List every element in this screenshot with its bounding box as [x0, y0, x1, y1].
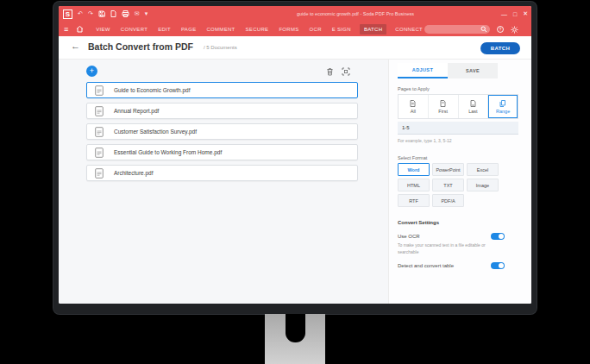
chevron-down-icon[interactable]: ▾: [145, 6, 148, 22]
file-row-3[interactable]: Customer Satisfaction Survey.pdf: [86, 123, 358, 140]
menu-items: VIEW CONVERT EDIT PAGE COMMENT SECURE FO…: [94, 24, 424, 35]
pages-to-apply-label: Pages to Apply: [398, 86, 430, 91]
document-count: / 5 Documents: [204, 45, 237, 50]
monitor-stand-cutout: [286, 314, 305, 342]
select-pages-icon[interactable]: [342, 67, 350, 76]
page-range-input[interactable]: [398, 122, 518, 135]
maximize-button[interactable]: □: [513, 11, 517, 17]
format-html[interactable]: HTML: [398, 179, 430, 191]
desktop-background: S ↶ ↷ ✉ ▾ guide to economic growth.pdf -…: [0, 0, 590, 364]
file-name: Architecture.pdf: [114, 170, 154, 176]
document-title: guide to economic growth.pdf - Soda PDF …: [297, 6, 495, 22]
file-row-2[interactable]: Annual Report.pdf: [86, 103, 358, 119]
main-content: + Guide to Economic Growth.pdf: [59, 60, 531, 304]
menu-view[interactable]: VIEW: [94, 25, 112, 34]
minimize-button[interactable]: —: [501, 11, 507, 17]
page-last-icon: [470, 100, 476, 107]
format-txt[interactable]: TXT: [432, 179, 464, 191]
app-window: S ↶ ↷ ✉ ▾ guide to economic growth.pdf -…: [59, 6, 531, 304]
close-button[interactable]: ✕: [523, 10, 528, 17]
format-powerpoint[interactable]: PowerPoint: [432, 163, 464, 176]
menu-comment[interactable]: COMMENT: [204, 25, 236, 34]
pdf-file-icon: [95, 168, 104, 179]
pages-option-all[interactable]: All: [399, 95, 429, 118]
page-header: ← Batch Convert from PDF / 5 Documents B…: [59, 36, 531, 60]
detect-table-label: Detect and convert table: [398, 263, 454, 268]
menu-forms[interactable]: FORMS: [277, 25, 300, 34]
search-icon: [480, 26, 487, 33]
save-icon[interactable]: [98, 10, 105, 17]
file-name: Annual Report.pdf: [114, 108, 159, 114]
menu-secure[interactable]: SECURE: [244, 25, 271, 34]
convert-settings-label: Convert Settings: [398, 220, 439, 225]
detect-table-toggle[interactable]: [491, 262, 505, 269]
page-range-icon: [499, 100, 506, 107]
format-word[interactable]: Word: [398, 163, 430, 176]
hamburger-menu-icon[interactable]: ≡: [64, 25, 68, 34]
pages-option-last[interactable]: Last: [459, 95, 489, 118]
page-first-icon: [440, 100, 446, 107]
undo-icon[interactable]: ↶: [78, 6, 83, 22]
monitor-bezel: S ↶ ↷ ✉ ▾ guide to economic growth.pdf -…: [53, 2, 537, 314]
pages-option-first[interactable]: First: [429, 95, 459, 118]
use-ocr-toggle[interactable]: [491, 233, 505, 240]
file-row-1[interactable]: Guide to Economic Growth.pdf: [86, 82, 358, 98]
use-ocr-label: Use OCR: [398, 234, 420, 239]
format-pdfa[interactable]: PDF/A: [432, 194, 464, 207]
format-rtf[interactable]: RTF: [398, 194, 430, 207]
help-icon[interactable]: ?: [497, 26, 504, 33]
pdf-file-icon: [95, 127, 104, 137]
format-image[interactable]: Image: [467, 179, 499, 191]
range-helper-text: For example, type 1, 3, 5-12: [398, 138, 452, 143]
pages-to-apply-options: All First Last Range: [398, 94, 518, 119]
print-icon[interactable]: [122, 10, 129, 17]
delete-files-button[interactable]: [326, 67, 334, 76]
title-bar: S ↶ ↷ ✉ ▾ guide to economic growth.pdf -…: [59, 6, 531, 22]
redo-icon[interactable]: ↷: [88, 6, 93, 22]
app-logo: S: [63, 9, 72, 19]
file-list-toolbar: [326, 67, 350, 76]
menu-connect[interactable]: CONNECT: [393, 25, 424, 34]
home-icon[interactable]: [76, 25, 84, 33]
menu-ocr[interactable]: OCR: [308, 25, 323, 34]
pdf-file-icon: [95, 147, 104, 158]
file-name: Guide to Economic Growth.pdf: [114, 87, 191, 93]
format-options: Word PowerPoint Excel HTML TXT Image RTF…: [398, 163, 505, 207]
pages-option-range[interactable]: Range: [488, 95, 518, 118]
page-title: Batch Convert from PDF: [88, 41, 193, 52]
file-name: Customer Satisfaction Survey.pdf: [114, 129, 197, 135]
menu-convert[interactable]: CONVERT: [119, 25, 149, 34]
search-input[interactable]: [424, 25, 490, 34]
pdf-file-icon: [95, 85, 104, 96]
pdf-file-icon: [95, 106, 104, 116]
monitor-stand: [265, 314, 325, 364]
settings-panel: ADJUST SAVE Pages to Apply All First: [388, 60, 531, 304]
tab-save[interactable]: SAVE: [448, 63, 498, 78]
menu-edit[interactable]: EDIT: [156, 25, 173, 34]
menu-page[interactable]: PAGE: [179, 25, 198, 34]
file-name: Essential Guide to Working From Home.pdf: [114, 149, 222, 155]
add-file-button[interactable]: +: [86, 66, 97, 77]
menu-batch[interactable]: BATCH: [360, 24, 386, 35]
format-excel[interactable]: Excel: [467, 163, 499, 176]
file-row-4[interactable]: Essential Guide to Working From Home.pdf: [86, 144, 358, 160]
panel-tabs: ADJUST SAVE: [398, 63, 498, 78]
select-format-label: Select Format: [398, 155, 427, 160]
menu-esign[interactable]: E SIGN: [330, 25, 353, 34]
gear-icon[interactable]: [511, 26, 518, 34]
back-arrow-button[interactable]: ←: [71, 41, 80, 51]
email-icon[interactable]: ✉: [135, 6, 140, 22]
batch-button[interactable]: BATCH: [480, 42, 520, 54]
page-all-icon: [410, 100, 416, 107]
file-row-5[interactable]: Architecture.pdf: [86, 165, 358, 181]
ribbon-menu-bar: ≡ VIEW CONVERT EDIT PAGE COMMENT SECURE …: [59, 22, 531, 36]
export-document-icon[interactable]: [110, 10, 116, 17]
use-ocr-description: To make your scanned text in a file edit…: [398, 242, 494, 255]
tab-adjust[interactable]: ADJUST: [398, 63, 448, 78]
